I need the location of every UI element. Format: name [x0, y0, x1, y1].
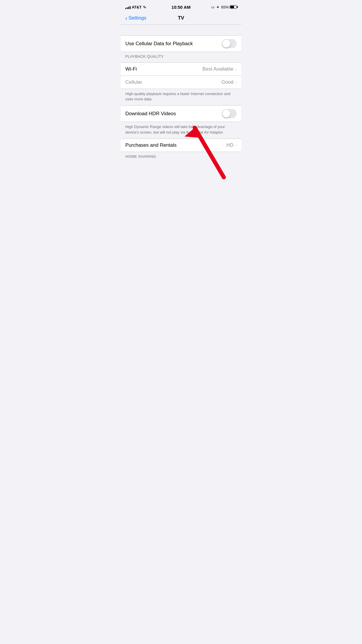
purchases-chevron-icon: › [235, 143, 237, 148]
cellular-value-container: Good › [221, 79, 237, 85]
home-sharing-gap: HOME SHARING [121, 152, 241, 162]
hdr-row: Download HDR Videos [121, 106, 241, 122]
top-gap [121, 25, 241, 35]
signal-bar-4 [130, 6, 131, 9]
back-label: Settings [129, 15, 146, 21]
hdr-label: Download HDR Videos [125, 111, 176, 117]
playback-gap: PLAYBACK QUALITY [121, 52, 241, 62]
cellular-data-label: Use Cellular Data for Playback [125, 41, 193, 47]
status-bar: AT&T ∿ 10:50 AM ▭ ✦ 65% [121, 0, 241, 13]
purchases-value: HD [226, 142, 233, 148]
wifi-value-container: Best Available › [203, 66, 237, 72]
wifi-row[interactable]: Wi-Fi Best Available › [121, 63, 241, 76]
hdr-footer-container: High Dynamic Range videos will take full… [121, 122, 241, 138]
signal-bars-icon [125, 5, 131, 9]
purchases-row[interactable]: Purchases and Rentals HD › [121, 139, 241, 152]
cellular-data-toggle[interactable] [222, 39, 237, 48]
status-right: ▭ ✦ 65% [211, 5, 237, 9]
playback-quality-group: Wi-Fi Best Available › Cellular Good › [121, 62, 241, 89]
location-icon: ▭ [211, 5, 215, 9]
wifi-label: Wi-Fi [125, 66, 137, 72]
cellular-quality-row[interactable]: Cellular Good › [121, 76, 241, 89]
playback-quality-header: PLAYBACK QUALITY [121, 52, 241, 60]
battery-container: 65% [221, 5, 237, 9]
hdr-footer: High Dynamic Range videos will take full… [121, 122, 241, 138]
hdr-toggle[interactable] [222, 109, 237, 118]
wifi-value: Best Available [203, 66, 233, 72]
cellular-value: Good [221, 79, 233, 85]
bottom-area [121, 162, 241, 250]
back-chevron-icon: ‹ [125, 15, 127, 21]
battery-percent-label: 65% [221, 5, 229, 9]
settings-page: AT&T ∿ 10:50 AM ▭ ✦ 65% ‹ Settings TV Us… [121, 0, 241, 250]
hdr-group: Download HDR Videos [121, 105, 241, 122]
purchases-value-container: HD › [226, 142, 237, 148]
carrier-label: AT&T [132, 5, 142, 9]
signal-bar-1 [125, 8, 126, 9]
home-sharing-header: HOME SHARING [121, 152, 241, 160]
status-time: 10:50 AM [171, 5, 190, 10]
wifi-chevron-icon: › [235, 67, 237, 72]
bluetooth-icon: ✦ [216, 5, 219, 9]
status-left: AT&T ∿ [125, 5, 146, 9]
cellular-label: Cellular [125, 79, 142, 85]
cellular-data-row: Use Cellular Data for Playback [121, 36, 241, 52]
back-button[interactable]: ‹ Settings [125, 15, 146, 21]
toggle-knob [222, 40, 230, 48]
signal-bar-2 [127, 7, 128, 9]
cellular-data-group: Use Cellular Data for Playback [121, 35, 241, 52]
nav-bar: ‹ Settings TV [121, 13, 241, 25]
signal-bar-3 [128, 7, 129, 9]
purchases-label: Purchases and Rentals [125, 142, 177, 148]
cellular-chevron-icon: › [235, 80, 237, 85]
battery-fill [230, 6, 234, 8]
battery-icon [230, 5, 237, 9]
wifi-icon: ∿ [143, 5, 146, 9]
purchases-group: Purchases and Rentals HD › [121, 139, 241, 152]
hdr-toggle-knob [222, 110, 230, 118]
playback-quality-footer: High-quality playback requires a faster … [121, 89, 241, 105]
page-title: TV [178, 15, 184, 21]
